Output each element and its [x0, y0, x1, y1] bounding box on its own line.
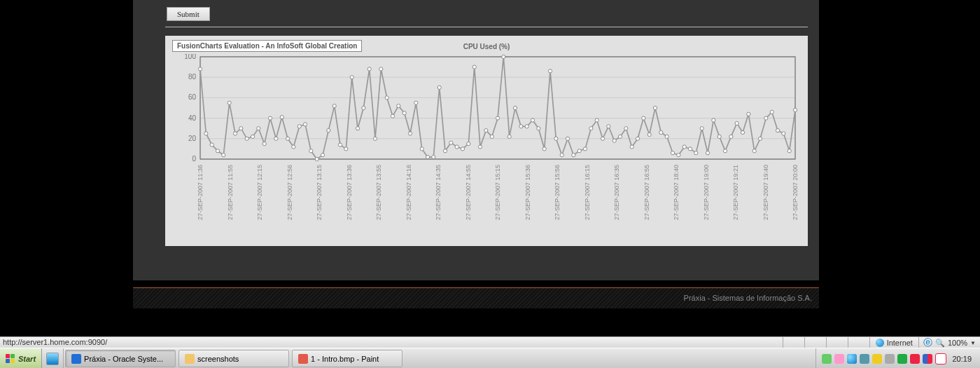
- svg-point-33: [315, 157, 318, 161]
- security-zone[interactable]: Internet: [869, 337, 918, 348]
- task-label: Práxia - Oracle Syste...: [84, 355, 163, 363]
- chevron-down-icon: ▼: [970, 340, 976, 346]
- svg-text:27-SEP-2007 13:15: 27-SEP-2007 13:15: [316, 165, 323, 220]
- svg-point-76: [566, 137, 569, 140]
- svg-point-25: [268, 116, 272, 120]
- tray-network-icon[interactable]: [847, 354, 857, 364]
- svg-point-45: [385, 96, 388, 100]
- svg-text:27-SEP-2007 19:00: 27-SEP-2007 19:00: [703, 165, 710, 220]
- svg-point-68: [519, 125, 523, 128]
- task-1[interactable]: screenshots: [178, 350, 289, 367]
- svg-point-14: [204, 132, 208, 135]
- zoom-value: 100%: [948, 339, 967, 347]
- svg-point-72: [542, 147, 546, 151]
- svg-point-55: [443, 149, 447, 153]
- tray-antivirus-icon[interactable]: [935, 353, 946, 364]
- svg-point-40: [356, 127, 359, 130]
- svg-point-39: [350, 76, 354, 79]
- svg-point-67: [513, 106, 517, 109]
- svg-point-93: [665, 135, 668, 138]
- svg-point-96: [682, 145, 686, 149]
- task-0[interactable]: Práxia - Oracle Syste...: [65, 350, 176, 367]
- svg-point-16: [216, 149, 219, 153]
- svg-point-75: [560, 154, 564, 157]
- svg-point-56: [449, 141, 453, 144]
- tray-volume-icon[interactable]: [885, 354, 895, 364]
- svg-point-18: [227, 101, 231, 104]
- svg-text:27-SEP-2007 16:15: 27-SEP-2007 16:15: [584, 165, 591, 220]
- zoom-icon: 🔍: [935, 339, 945, 348]
- start-button[interactable]: Start: [0, 348, 42, 368]
- svg-point-78: [578, 149, 581, 153]
- svg-text:27-SEP-2007 16:55: 27-SEP-2007 16:55: [643, 165, 650, 220]
- svg-point-113: [782, 132, 785, 135]
- tray-icon-3[interactable]: [860, 354, 869, 364]
- tray-icon-2[interactable]: [834, 354, 844, 364]
- svg-point-34: [321, 154, 324, 157]
- svg-point-50: [414, 101, 418, 104]
- svg-point-74: [554, 137, 558, 140]
- page-content: Submit FusionCharts Evaluation - An Info…: [133, 0, 819, 280]
- svg-point-88: [636, 137, 639, 140]
- svg-point-46: [391, 114, 394, 118]
- svg-point-91: [653, 106, 657, 109]
- svg-point-64: [496, 116, 499, 120]
- task-label: 1 - Intro.bmp - Paint: [311, 355, 379, 363]
- svg-point-87: [630, 145, 634, 149]
- windows-taskbar: Start Práxia - Oracle Syste...screenshot…: [0, 348, 980, 368]
- svg-point-103: [723, 149, 727, 153]
- submit-button[interactable]: Submit: [167, 7, 210, 21]
- svg-point-109: [758, 137, 762, 140]
- svg-text:40: 40: [188, 114, 197, 122]
- svg-point-110: [764, 116, 768, 120]
- svg-point-53: [432, 156, 435, 159]
- svg-point-57: [455, 145, 458, 149]
- ie-quicklaunch-icon[interactable]: [46, 353, 59, 365]
- svg-point-47: [397, 104, 400, 108]
- svg-point-95: [677, 154, 680, 157]
- svg-point-31: [303, 123, 307, 126]
- svg-point-104: [729, 135, 733, 138]
- svg-point-82: [601, 137, 604, 140]
- divider: [165, 27, 808, 27]
- svg-point-85: [618, 135, 622, 138]
- svg-point-70: [531, 118, 534, 122]
- tray-icon-4[interactable]: [872, 354, 882, 364]
- zoom-control[interactable]: ⓔ 🔍 100% ▼: [918, 337, 980, 348]
- tray-icon-1[interactable]: [822, 354, 832, 364]
- task-2[interactable]: 1 - Intro.bmp - Paint: [292, 350, 402, 367]
- svg-point-89: [642, 116, 645, 120]
- svg-point-79: [583, 147, 587, 151]
- quick-launch: [42, 348, 64, 368]
- svg-text:27-SEP-2007 20:00: 27-SEP-2007 20:00: [792, 165, 799, 220]
- svg-text:27-SEP-2007 11:55: 27-SEP-2007 11:55: [227, 165, 234, 220]
- svg-text:27-SEP-2007 18:40: 27-SEP-2007 18:40: [673, 165, 680, 220]
- svg-point-101: [712, 118, 715, 122]
- globe-icon: [876, 339, 884, 347]
- tray-icon-5[interactable]: [897, 354, 907, 364]
- tray-icon-6[interactable]: [910, 354, 920, 364]
- svg-text:27-SEP-2007 14:16: 27-SEP-2007 14:16: [405, 165, 412, 220]
- zone-label: Internet: [887, 339, 913, 347]
- svg-point-60: [472, 65, 476, 69]
- svg-point-62: [484, 129, 488, 132]
- svg-point-32: [309, 149, 313, 153]
- svg-point-38: [344, 147, 348, 151]
- svg-text:27-SEP-2007 16:35: 27-SEP-2007 16:35: [613, 165, 620, 220]
- svg-point-28: [286, 137, 289, 140]
- chart-container: FusionCharts Evaluation - An InfoSoft Gl…: [165, 36, 808, 246]
- svg-text:27-SEP-2007 14:35: 27-SEP-2007 14:35: [435, 165, 442, 220]
- svg-point-27: [280, 116, 284, 119]
- svg-point-52: [426, 156, 429, 159]
- svg-point-63: [490, 135, 493, 138]
- svg-text:27-SEP-2007 19:21: 27-SEP-2007 19:21: [732, 165, 739, 220]
- svg-point-41: [362, 106, 365, 109]
- svg-point-80: [589, 127, 593, 130]
- tray-icon-7[interactable]: [923, 354, 932, 364]
- taskbar-clock[interactable]: 20:19: [948, 355, 976, 363]
- page-footer: Práxia - Sistemas de Informação S.A.: [133, 287, 819, 308]
- svg-text:0: 0: [192, 155, 196, 163]
- svg-point-71: [537, 127, 540, 130]
- svg-text:27-SEP-2007 13:36: 27-SEP-2007 13:36: [346, 165, 353, 220]
- svg-point-90: [648, 132, 651, 136]
